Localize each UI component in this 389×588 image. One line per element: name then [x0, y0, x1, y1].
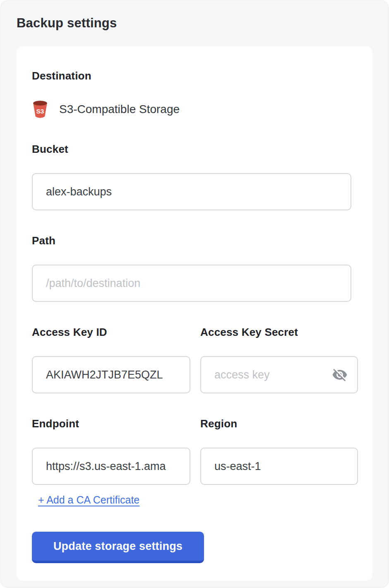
- endpoint-region-row: Endpoint Region: [32, 417, 357, 485]
- page-title: Backup settings: [17, 1, 372, 31]
- destination-value: S3-Compatible Storage: [59, 103, 180, 116]
- toggle-secret-visibility-button[interactable]: [331, 366, 349, 384]
- path-input[interactable]: [32, 265, 351, 302]
- endpoint-input[interactable]: [32, 448, 190, 485]
- access-key-secret-field: [200, 356, 358, 393]
- destination-label: Destination: [32, 70, 357, 82]
- access-key-secret-label: Access Key Secret: [200, 326, 358, 339]
- path-group: Path: [32, 234, 357, 302]
- path-label: Path: [32, 234, 357, 247]
- access-key-id-group: Access Key ID: [32, 326, 190, 393]
- svg-text:S3: S3: [36, 108, 44, 115]
- region-group: Region: [200, 417, 358, 485]
- bucket-group: Bucket: [32, 143, 357, 210]
- access-key-secret-group: Access Key Secret: [200, 326, 358, 393]
- endpoint-group: Endpoint: [32, 417, 190, 485]
- access-keys-row: Access Key ID Access Key Secret: [32, 326, 357, 393]
- bucket-label: Bucket: [32, 143, 357, 156]
- update-storage-settings-button[interactable]: Update storage settings: [32, 532, 204, 563]
- bucket-input[interactable]: [32, 173, 351, 210]
- s3-bucket-icon: S3: [32, 100, 48, 119]
- backup-settings-page: Backup settings Destination S3 S3-Compat…: [0, 0, 389, 588]
- access-key-id-label: Access Key ID: [32, 326, 190, 339]
- endpoint-label: Endpoint: [32, 417, 190, 430]
- destination-group: Destination S3 S3-Compatible Storage: [32, 70, 357, 119]
- access-key-id-input[interactable]: [32, 356, 190, 393]
- eye-off-icon: [332, 367, 348, 383]
- destination-value-row: S3 S3-Compatible Storage: [32, 100, 357, 119]
- add-ca-certificate-link[interactable]: + Add a CA Certificate: [38, 494, 139, 506]
- backup-settings-card: Destination S3 S3-Compatible Storage Buc…: [17, 46, 372, 581]
- region-label: Region: [200, 417, 358, 430]
- region-input[interactable]: [200, 448, 358, 485]
